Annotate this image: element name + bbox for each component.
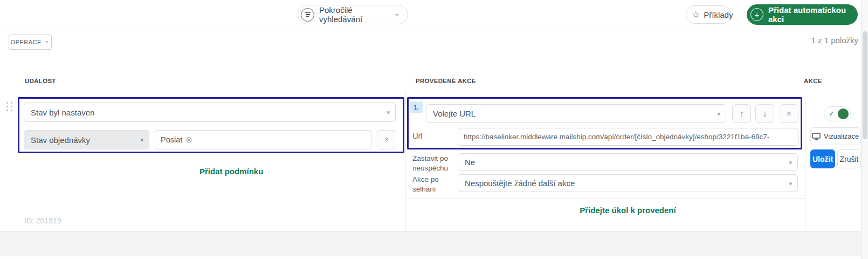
action-type-value: Volejte URL (433, 109, 476, 118)
remove-tag-icon[interactable]: ⊗ (185, 135, 192, 145)
examples-button[interactable]: ☆ Příklady (686, 5, 731, 24)
failure-action-value: Nespouštějte žádné další akce (465, 179, 575, 188)
failure-action-label: Akce po selhání (412, 175, 462, 194)
condition-field-select[interactable]: Stav objednávky ▾ (24, 130, 149, 149)
column-header-performed-actions: PROVEDENÉ AKCE (416, 78, 476, 84)
add-condition-link[interactable]: Přidat podmínku (199, 167, 263, 176)
column-divider (805, 92, 805, 231)
footer-bar: + PŘIDAT AUTOMATICKOU AKCI (0, 231, 868, 256)
record-id: ID: 201919 (24, 216, 61, 225)
remove-condition-button[interactable]: × (377, 130, 396, 149)
arrow-down-icon: ↓ (763, 109, 767, 119)
operations-label: OPERACE (11, 39, 42, 45)
condition-field-value: Stav objednávky (31, 135, 90, 145)
save-button[interactable]: Uložit (810, 149, 835, 168)
visualization-button[interactable]: Vizualizace (810, 127, 860, 145)
column-header-event: UDÁLOST (25, 78, 56, 84)
star-icon: ☆ (692, 9, 700, 21)
caret-down-icon: ▾ (789, 159, 792, 166)
arrow-up-icon: ↑ (740, 109, 744, 119)
action-type-select[interactable]: Volejte URL ▾ (426, 104, 726, 123)
condition-tag: Poslat (161, 135, 182, 144)
advanced-search-button[interactable]: Pokročilé vyhledávání ⌄ (298, 5, 408, 24)
close-icon: × (787, 109, 791, 119)
stop-on-failure-select[interactable]: Ne ▾ (458, 153, 798, 171)
toggle-knob (838, 108, 849, 119)
add-task-link[interactable]: Přidejte úkol k provedení (458, 206, 798, 215)
add-automatic-action-label: Přidat automatickou akci (768, 5, 850, 24)
check-icon: ✓ (829, 110, 835, 118)
plus-icon: + (750, 8, 763, 21)
stop-on-failure-value: Ne (465, 158, 475, 167)
move-action-down-button[interactable]: ↓ (755, 104, 774, 123)
caret-down-icon: ▾ (140, 137, 143, 144)
url-value: https://baselinker.middleware.mailship.c… (464, 133, 769, 141)
action-panel: 1. Volejte URL ▾ ↑ ↓ × Url https://basel… (407, 97, 802, 149)
visualization-label: Vizualizace (824, 132, 859, 140)
caret-down-icon: ▾ (717, 110, 720, 117)
event-trigger-value: Stav byl nastaven (31, 108, 94, 117)
add-automatic-action-button[interactable]: + Přidat automatickou akci (747, 4, 858, 25)
stop-on-failure-label: Zastavit po neúspěchu (412, 154, 462, 173)
remove-action-button[interactable]: × (780, 104, 798, 123)
filter-icon (301, 8, 314, 22)
items-count: 1 z 1 položky (811, 36, 858, 45)
caret-down-icon: ▾ (387, 109, 390, 116)
top-toolbar: Pokročilé vyhledávání ⌄ ☆ Příklady + Při… (0, 0, 868, 31)
scrollbar[interactable] (861, 0, 868, 259)
active-toggle[interactable]: ✓ (824, 106, 851, 121)
chevron-down-icon: ⌄ (394, 9, 400, 17)
actions-separator (406, 198, 805, 199)
action-order-badge: 1. (410, 101, 423, 113)
examples-label: Příklady (704, 10, 733, 19)
move-action-up-button[interactable]: ↑ (732, 104, 751, 123)
close-icon: × (384, 135, 389, 145)
url-input[interactable]: https://baselinker.middleware.mailship.c… (458, 128, 798, 146)
operations-dropdown[interactable]: OPERACE ⌄ (9, 35, 52, 50)
scrollbar-thumb[interactable] (863, 31, 867, 139)
advanced-search-label: Pokročilé vyhledávání (319, 5, 390, 24)
automation-actions-page: Pokročilé vyhledávání ⌄ ☆ Příklady + Při… (0, 0, 868, 259)
chevron-down-icon: ⌄ (44, 37, 50, 44)
monitor-icon (812, 133, 821, 140)
url-label: Url (412, 131, 423, 141)
failure-action-select[interactable]: Nespouštějte žádné další akce ▾ (458, 174, 798, 192)
drag-handle-icon[interactable] (6, 102, 12, 111)
caret-down-icon: ▾ (789, 180, 792, 187)
event-panel: Stav byl nastaven ▾ Stav objednávky ▾ Po… (18, 97, 404, 153)
column-divider (405, 92, 406, 231)
condition-value-input[interactable]: Poslat ⊗ (155, 130, 371, 149)
event-trigger-select[interactable]: Stav byl nastaven ▾ (24, 103, 396, 122)
cancel-button[interactable]: Zrušit (837, 149, 861, 168)
column-header-actions: AKCE (804, 78, 822, 84)
